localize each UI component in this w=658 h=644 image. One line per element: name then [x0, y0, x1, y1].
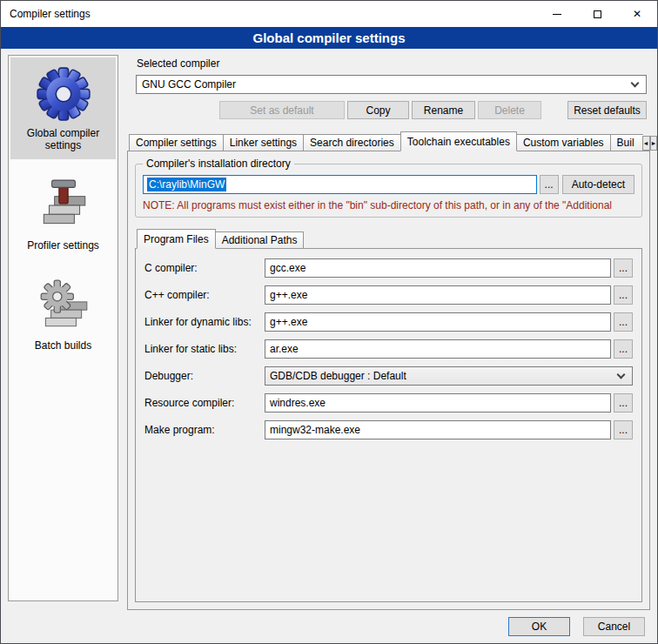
linker-static-value: ar.exe: [270, 343, 299, 355]
main-panel: Selected compiler GNU GCC Compiler Set a…: [127, 55, 650, 610]
resource-compiler-label: Resource compiler:: [144, 397, 265, 409]
installation-directory-row: C:\raylib\MinGW ... Auto-detect: [143, 175, 634, 194]
compiler-buttons-row: Set as default Copy Rename Delete Reset …: [136, 101, 647, 119]
linker-dynamic-label: Linker for dynamic libs:: [144, 316, 265, 328]
compiler-settings-window: Compiler settings ✕ Global compiler sett…: [0, 0, 658, 644]
sidebar-item-label: Batch builds: [35, 339, 91, 352]
c-compiler-browse-button[interactable]: ...: [614, 258, 633, 278]
sidebar-item-profiler-settings[interactable]: Profiler settings: [10, 170, 116, 259]
form-row-debugger: Debugger: GDB/CDB debugger : Default: [144, 366, 633, 386]
form-row-linker-dynamic: Linker for dynamic libs: g++.exe ...: [144, 312, 633, 332]
minimize-icon: [553, 14, 561, 15]
cpp-compiler-input[interactable]: g++.exe: [265, 285, 611, 305]
c-compiler-label: C compiler:: [144, 262, 265, 274]
tab-scroll-left-icon: ◄: [643, 140, 649, 146]
tab-scroll-right-button[interactable]: ►: [650, 136, 658, 151]
bin-subdirectory-note: NOTE: All programs must exist either in …: [143, 199, 634, 211]
tab-scroll-left-button[interactable]: ◄: [642, 136, 650, 151]
sidebar-item-label: Profiler settings: [27, 239, 99, 252]
form-row-c-compiler: C compiler: gcc.exe ...: [144, 258, 633, 278]
resource-compiler-value: windres.exe: [270, 397, 326, 409]
c-compiler-value: gcc.exe: [270, 262, 306, 274]
tab-toolchain-executables[interactable]: Toolchain executables: [400, 131, 517, 151]
make-program-input[interactable]: mingw32-make.exe: [265, 420, 611, 439]
selected-compiler-value: GNU GCC Compiler: [142, 78, 236, 91]
make-program-value: mingw32-make.exe: [270, 424, 360, 436]
chevron-down-icon: [617, 370, 626, 379]
resource-compiler-browse-button[interactable]: ...: [614, 393, 633, 413]
set-as-default-button[interactable]: Set as default: [219, 101, 345, 119]
installation-directory-legend: Compiler's installation directory: [143, 158, 294, 170]
dialog-body: Global compiler settings Profiler settin…: [1, 49, 657, 610]
install-dir-input[interactable]: C:\raylib\MinGW: [143, 175, 537, 194]
tab-build-options-clipped[interactable]: Buil: [610, 134, 643, 151]
form-row-cpp-compiler: C++ compiler: g++.exe ...: [144, 285, 633, 305]
cpp-compiler-value: g++.exe: [270, 289, 307, 301]
linker-dynamic-browse-button[interactable]: ...: [614, 312, 633, 332]
delete-button[interactable]: Delete: [478, 101, 541, 119]
close-button[interactable]: ✕: [617, 1, 657, 27]
form-row-linker-static: Linker for static libs: ar.exe ...: [144, 339, 633, 359]
ok-button[interactable]: OK: [508, 617, 570, 636]
resource-compiler-input[interactable]: windres.exe: [265, 393, 611, 413]
maximize-icon: [594, 10, 601, 18]
selected-compiler-dropdown[interactable]: GNU GCC Compiler: [136, 75, 647, 94]
rename-button[interactable]: Rename: [412, 101, 475, 119]
sidebar: Global compiler settings Profiler settin…: [8, 55, 118, 601]
dialog-footer: OK Cancel: [1, 610, 657, 643]
tab-program-files[interactable]: Program Files: [137, 229, 216, 249]
tab-scroll-right-icon: ►: [651, 140, 657, 146]
form-row-make-program: Make program: mingw32-make.exe ...: [144, 420, 633, 439]
cancel-button[interactable]: Cancel: [583, 617, 645, 636]
debugger-value: GDB/CDB debugger : Default: [270, 370, 406, 382]
sidebar-item-label: Global compiler settings: [12, 127, 114, 151]
maximize-button[interactable]: [577, 1, 617, 27]
tab-custom-variables[interactable]: Custom variables: [516, 134, 611, 151]
tab-additional-paths[interactable]: Additional Paths: [215, 231, 305, 249]
installation-directory-groupbox: Compiler's installation directory C:\ray…: [135, 164, 642, 218]
cpp-compiler-label: C++ compiler:: [144, 289, 265, 301]
linker-static-label: Linker for static libs:: [144, 343, 265, 355]
form-row-resource-compiler: Resource compiler: windres.exe ...: [144, 393, 633, 413]
linker-dynamic-input[interactable]: g++.exe: [265, 312, 611, 332]
linker-static-browse-button[interactable]: ...: [614, 339, 633, 359]
make-program-browse-button[interactable]: ...: [614, 420, 633, 439]
copy-button[interactable]: Copy: [347, 101, 409, 119]
tab-search-directories[interactable]: Search directories: [303, 134, 401, 151]
minimize-button[interactable]: [537, 1, 577, 27]
linker-static-input[interactable]: ar.exe: [265, 339, 611, 359]
make-program-label: Make program:: [144, 424, 265, 436]
linker-dynamic-value: g++.exe: [270, 316, 307, 328]
program-files-panel: C compiler: gcc.exe ... C++ compiler: g+…: [135, 248, 642, 602]
window-controls: ✕: [537, 1, 657, 27]
selected-compiler-label: Selected compiler: [137, 57, 647, 70]
batch-builds-icon: [35, 277, 92, 334]
settings-tabstrip: Compiler settings Linker settings Search…: [127, 131, 650, 151]
tab-compiler-settings[interactable]: Compiler settings: [129, 134, 224, 151]
gear-blue-icon: [35, 64, 92, 122]
install-dir-browse-button[interactable]: ...: [540, 175, 559, 194]
c-compiler-input[interactable]: gcc.exe: [265, 258, 611, 278]
window-title: Compiler settings: [1, 8, 91, 20]
debugger-dropdown[interactable]: GDB/CDB debugger : Default: [265, 366, 633, 386]
toolchain-executables-panel: Compiler's installation directory C:\ray…: [127, 151, 650, 610]
program-files-tabstrip: Program Files Additional Paths: [135, 228, 642, 249]
sidebar-item-batch-builds[interactable]: Batch builds: [10, 270, 116, 359]
install-dir-value: C:\raylib\MinGW: [147, 178, 226, 191]
titlebar: Compiler settings ✕: [1, 1, 657, 27]
chevron-down-icon: [631, 78, 640, 87]
tab-linker-settings[interactable]: Linker settings: [223, 134, 304, 151]
cpp-compiler-browse-button[interactable]: ...: [614, 285, 633, 305]
page-title: Global compiler settings: [1, 27, 657, 49]
debugger-label: Debugger:: [144, 370, 265, 382]
selected-compiler-section: Selected compiler GNU GCC Compiler Set a…: [127, 55, 650, 119]
auto-detect-button[interactable]: Auto-detect: [562, 175, 634, 194]
reset-defaults-button[interactable]: Reset defaults: [567, 101, 647, 119]
profiler-icon: [35, 177, 92, 234]
close-icon: ✕: [633, 9, 641, 19]
sidebar-item-global-compiler-settings[interactable]: Global compiler settings: [10, 57, 116, 159]
